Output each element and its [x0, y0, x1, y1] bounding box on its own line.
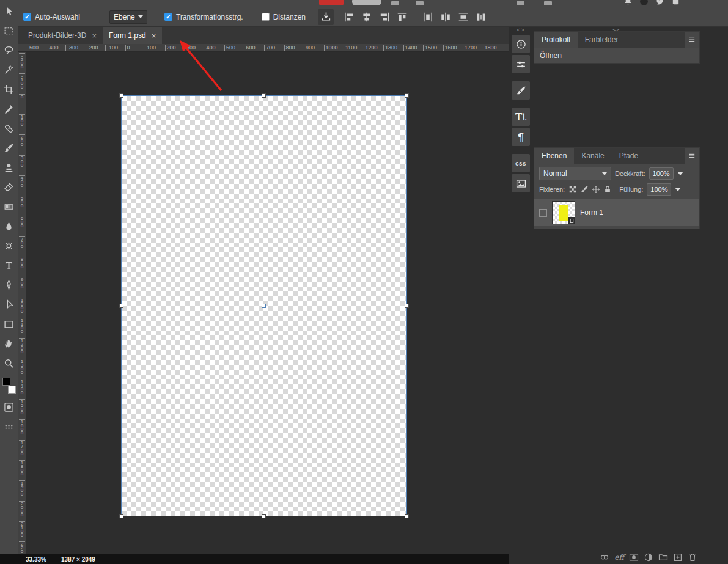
transform-handle-top-right[interactable] [405, 93, 409, 98]
tab-produkt-bilder-3d[interactable]: Produkt-Bilder-3D × [22, 27, 103, 44]
adjustment-icon[interactable] [644, 552, 653, 562]
quick-mask-button[interactable] [0, 397, 18, 417]
align-top-icon[interactable] [397, 12, 408, 23]
export-button[interactable] [318, 9, 334, 25]
transform-controls-checkbox[interactable]: ✓ Transformationsstrg. [164, 13, 243, 21]
bell-icon[interactable] [623, 0, 633, 6]
vertical-ruler[interactable]: -200-10001002003004005006007008009001000… [18, 52, 26, 554]
close-icon[interactable]: × [152, 32, 156, 40]
layer-visibility-checkbox[interactable] [539, 209, 547, 217]
tab-ebenen[interactable]: Ebenen [534, 148, 574, 164]
premium-button[interactable] [319, 0, 344, 5]
distribute-top-icon[interactable] [458, 12, 469, 23]
transform-handle-top-left[interactable] [119, 93, 123, 98]
layers-list: Form 1 [534, 199, 699, 226]
transform-handle-bottom-right[interactable] [405, 514, 409, 518]
align-center-h-icon[interactable] [361, 12, 372, 23]
v-ruler-label: 800 [19, 257, 25, 269]
distribute-left-icon[interactable] [422, 12, 433, 23]
css-button[interactable]: css [512, 154, 530, 172]
brush-tool[interactable] [0, 138, 18, 158]
canvas-viewport[interactable] [26, 52, 509, 554]
h-ruler-label: 600 [245, 45, 256, 51]
dodge-tool[interactable] [0, 236, 18, 255]
avatar-icon[interactable] [639, 0, 649, 6]
opacity-value[interactable]: 100% [649, 167, 674, 180]
opacity-dropdown-icon[interactable] [677, 172, 683, 175]
transform-handle-middle-left[interactable] [119, 304, 123, 308]
blur-tool[interactable] [0, 216, 18, 236]
stamp-tool[interactable] [0, 158, 18, 177]
effects-button[interactable]: eff [614, 553, 624, 562]
mask-icon[interactable] [629, 552, 639, 562]
new-layer-icon[interactable] [673, 552, 683, 562]
transform-handle-center[interactable] [262, 304, 266, 308]
transform-handle-middle-right[interactable] [405, 304, 409, 308]
zoom-tool[interactable] [0, 353, 18, 373]
collapse-strip-control[interactable]: <> [511, 27, 531, 35]
adjust-button[interactable] [512, 55, 530, 73]
close-icon[interactable]: × [92, 32, 97, 40]
transform-handle-top-center[interactable] [262, 93, 266, 98]
tab-farbfelder[interactable]: Farbfelder [578, 32, 626, 48]
panel-menu-button[interactable] [685, 32, 699, 48]
image-button[interactable] [512, 174, 530, 192]
color-swatches[interactable] [2, 378, 17, 394]
rectangle-tool[interactable] [0, 314, 18, 334]
auto-select-checkbox[interactable]: ✓ Auto-Auswahl [23, 13, 80, 21]
hand-tool[interactable] [0, 334, 18, 353]
document-canvas[interactable] [121, 95, 407, 516]
paint-lock-icon[interactable] [580, 185, 589, 194]
panel-menu-button[interactable] [685, 148, 699, 164]
horizontal-ruler[interactable]: -500-400-300-200-10001002003004005006007… [18, 44, 509, 52]
history-entry-open[interactable]: Öffnen [534, 48, 699, 63]
transparency-lock-icon[interactable] [568, 185, 577, 194]
h-ruler-label: 900 [304, 45, 315, 51]
fill-value[interactable]: 100% [647, 183, 671, 196]
tab-pfade[interactable]: Pfade [612, 148, 645, 164]
layer-row[interactable]: Form 1 [534, 199, 699, 226]
more-tools-button[interactable] [0, 417, 18, 436]
paragraph-button[interactable]: ¶ [512, 128, 530, 146]
move-lock-icon[interactable] [592, 185, 600, 194]
badge-icon[interactable] [671, 0, 680, 6]
lasso-tool[interactable] [0, 40, 18, 60]
eyedropper-tool[interactable] [0, 99, 18, 119]
align-right-icon[interactable] [379, 12, 390, 23]
type-tool[interactable] [0, 255, 18, 275]
layers-panel: Ebenen Kanäle Pfade Normal Deckkraft: 10… [534, 148, 699, 229]
bird-icon[interactable] [655, 0, 664, 6]
background-color-swatch[interactable] [8, 386, 16, 394]
tab-protokoll[interactable]: Protokoll [534, 32, 578, 48]
folder-icon[interactable] [658, 552, 668, 562]
info-button[interactable] [512, 35, 530, 53]
foreground-color-swatch[interactable] [2, 378, 10, 386]
transform-handle-bottom-left[interactable] [119, 514, 123, 518]
path-select-tool[interactable] [0, 295, 18, 314]
brush-settings-button[interactable] [512, 81, 530, 100]
distribute-center-h-icon[interactable] [440, 12, 451, 23]
full-lock-icon[interactable] [603, 185, 612, 194]
glyphs-button[interactable]: Tt [512, 108, 530, 126]
distances-checkbox[interactable]: Distanzen [262, 13, 306, 21]
pen-tool[interactable] [0, 275, 18, 295]
cropped-menu-icon [517, 1, 524, 5]
eraser-tool[interactable] [0, 177, 18, 197]
marquee-tool[interactable] [0, 21, 18, 40]
gradient-tool[interactable] [0, 197, 18, 216]
transform-handle-bottom-center[interactable] [262, 514, 266, 518]
auto-select-target-dropdown[interactable]: Ebene [109, 10, 147, 24]
delete-icon[interactable] [688, 552, 697, 562]
tab-kanaele[interactable]: Kanäle [574, 148, 611, 164]
distribute-gap-icon[interactable] [476, 12, 487, 23]
crop-tool[interactable] [0, 79, 18, 99]
tab-form-1-psd[interactable]: Form 1.psd × [103, 27, 162, 44]
wand-tool[interactable] [0, 60, 18, 79]
fill-dropdown-icon[interactable] [675, 188, 681, 191]
account-button[interactable] [352, 0, 381, 5]
link-icon[interactable] [600, 552, 609, 562]
heal-tool[interactable] [0, 119, 18, 138]
align-left-icon[interactable] [344, 12, 355, 23]
blend-mode-dropdown[interactable]: Normal [539, 167, 611, 180]
move-tool[interactable] [0, 1, 18, 21]
